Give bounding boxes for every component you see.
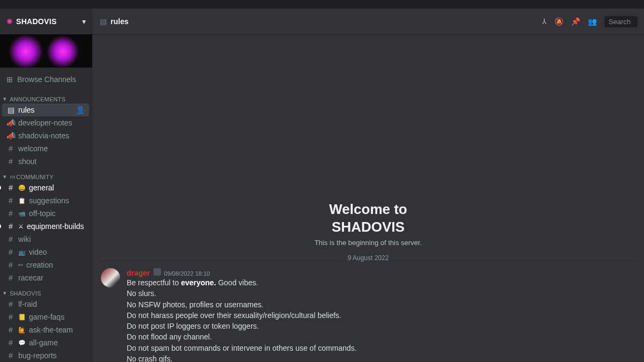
- author-badge: [153, 268, 161, 276]
- channel-suggestions[interactable]: # 📋 suggestions: [2, 194, 89, 207]
- channel-lf-raid[interactable]: # lf-raid: [2, 298, 89, 311]
- channel-welcome[interactable]: # welcome: [2, 142, 89, 155]
- channel-emoji: 📋: [18, 197, 26, 204]
- channel-label: creation: [26, 261, 53, 269]
- hash-icon: #: [6, 209, 15, 218]
- channel-header: ▤ rules ⅄ 🔕 📌 👥 Search: [92, 9, 644, 34]
- category-label: SHADOVIS: [10, 290, 41, 297]
- channel-racecar[interactable]: # racecar: [2, 271, 89, 284]
- welcome-heading: Welcome to SHADOVIS: [92, 201, 644, 235]
- timestamp: 09/08/2022 18:10: [164, 270, 210, 277]
- channel-emoji: 📹: [18, 210, 26, 217]
- channel-rules[interactable]: ▤ rules 👤: [2, 104, 89, 116]
- rule-line: Be respectful to everyone. Good vibes.: [127, 277, 635, 288]
- channel-label: general: [29, 183, 54, 192]
- pin-icon[interactable]: 📌: [571, 17, 580, 26]
- welcome-sub: This is the beginning of this server.: [92, 239, 644, 247]
- message-scroll[interactable]: Welcome to SHADOVIS This is the beginnin…: [92, 34, 644, 362]
- rule-line: No NSFW photos, profiles or usernames.: [127, 299, 635, 310]
- rule-line: Do not harass people over their sexualit…: [127, 310, 635, 321]
- hash-icon: #: [6, 248, 15, 256]
- channel-label: wiki: [18, 235, 31, 243]
- channel-developer-notes[interactable]: 📣 developer-notes: [2, 116, 89, 129]
- chevron-down-icon: ▾: [82, 17, 86, 26]
- author[interactable]: drager: [127, 269, 150, 277]
- message-content: Be respectful to everyone. Good vibes.No…: [127, 277, 635, 362]
- rules-icon: ▤: [99, 17, 107, 26]
- channel-label: racecar: [18, 274, 43, 282]
- unread-pip: [0, 186, 1, 190]
- main: ▤ rules ⅄ 🔕 📌 👥 Search Welcome to SHADOV…: [92, 9, 644, 362]
- hash-icon: #: [6, 261, 15, 269]
- hash-icon: #: [6, 274, 15, 282]
- channel-game-faqs[interactable]: # 📒 game-faqs: [2, 311, 89, 323]
- hash-icon: #: [6, 183, 15, 192]
- category-header[interactable]: ▾▭ COMMUNITY: [2, 168, 89, 181]
- channel-label: lf-raid: [18, 300, 37, 308]
- category-header[interactable]: ▾SHADOVIS: [2, 284, 89, 298]
- channel-emoji: 🙋: [18, 327, 26, 334]
- channel-bug-reports[interactable]: # bug-reports: [2, 349, 89, 362]
- threads-icon[interactable]: ⅄: [542, 17, 547, 26]
- channel-all-game[interactable]: # 💬 all-game: [2, 336, 89, 349]
- channel-emoji: ✏: [18, 262, 23, 269]
- unread-pip: [0, 224, 1, 228]
- sidebar: ✺ SHADOVIS ▾ ⊞ Browse Channels ▾ANNOUNCE…: [0, 9, 92, 362]
- hash-icon: #: [6, 235, 15, 243]
- message-head: drager 09/08/2022 18:10: [127, 268, 635, 277]
- browse-label: Browse Channels: [17, 75, 76, 84]
- channel-label: shadovia-notes: [18, 131, 69, 140]
- chevron-down-icon: ▾: [3, 290, 9, 297]
- mega-icon: 📣: [6, 119, 15, 127]
- rule-line: Do not spam bot commands or intervene in…: [127, 343, 635, 353]
- channel-label: video: [29, 248, 47, 256]
- channel-shout[interactable]: # shout: [2, 155, 89, 168]
- message-body: drager 09/08/2022 18:10 Be respectful to…: [127, 268, 635, 362]
- hash-icon: #: [6, 222, 15, 231]
- channel-emoji: ⚔: [18, 223, 24, 230]
- server-header[interactable]: ✺ SHADOVIS ▾: [0, 9, 92, 34]
- hash-icon: #: [6, 196, 15, 205]
- hash-icon: #: [6, 300, 15, 308]
- hash-icon: #: [6, 144, 15, 153]
- channel-creation[interactable]: # ✏ creation: [2, 258, 89, 271]
- category-icon: ▭: [10, 173, 15, 180]
- person-icon: 👤: [76, 106, 85, 114]
- category-label: COMMUNITY: [16, 174, 54, 180]
- channel-video[interactable]: # 📺 video: [2, 246, 89, 258]
- titlebar: [0, 0, 644, 9]
- channel-label: rules: [18, 106, 34, 114]
- channel-emoji: 📺: [18, 249, 26, 256]
- search-input[interactable]: Search: [604, 16, 638, 27]
- channel-label: welcome: [18, 144, 48, 153]
- channel-equipment-builds[interactable]: # ⚔ equipment-builds: [2, 220, 89, 233]
- category-header[interactable]: ▾ANNOUNCEMENTS: [2, 90, 89, 104]
- date-divider: 9 August 2022: [101, 254, 635, 262]
- notifications-icon[interactable]: 🔕: [554, 17, 564, 26]
- channel-general[interactable]: # 😄 general: [2, 181, 89, 194]
- channel-wiki[interactable]: # wiki: [2, 233, 89, 246]
- hash-icon: #: [6, 313, 15, 321]
- browse-channels[interactable]: ⊞ Browse Channels: [2, 72, 89, 87]
- channel-shadovia-notes[interactable]: 📣 shadovia-notes: [2, 129, 89, 142]
- members-icon[interactable]: 👥: [588, 17, 597, 26]
- server-icon: ✺: [6, 17, 13, 26]
- category-label: ANNOUNCEMENTS: [10, 96, 65, 102]
- hash-icon: #: [6, 326, 15, 334]
- channel-label: developer-notes: [18, 119, 72, 127]
- channel-off-topic[interactable]: # 📹 off-topic: [2, 207, 89, 220]
- server-name: SHADOVIS: [16, 17, 82, 26]
- hash-icon: #: [6, 338, 15, 347]
- channel-label: game-faqs: [29, 313, 64, 321]
- channel-list: ⊞ Browse Channels ▾ANNOUNCEMENTS ▤ rules…: [0, 68, 92, 362]
- channel-label: bug-reports: [18, 351, 57, 360]
- app: ✺ SHADOVIS ▾ ⊞ Browse Channels ▾ANNOUNCE…: [0, 9, 644, 362]
- channel-label: suggestions: [29, 196, 69, 205]
- channel-title: rules: [111, 17, 128, 26]
- mega-icon: 📣: [6, 131, 15, 140]
- channel-emoji: 📒: [18, 314, 26, 321]
- channel-ask-the-team[interactable]: # 🙋 ask-the-team: [2, 323, 89, 336]
- header-toolbar: ⅄ 🔕 📌 👥 Search: [542, 16, 638, 27]
- channel-label: all-game: [29, 338, 58, 347]
- avatar[interactable]: [101, 268, 120, 287]
